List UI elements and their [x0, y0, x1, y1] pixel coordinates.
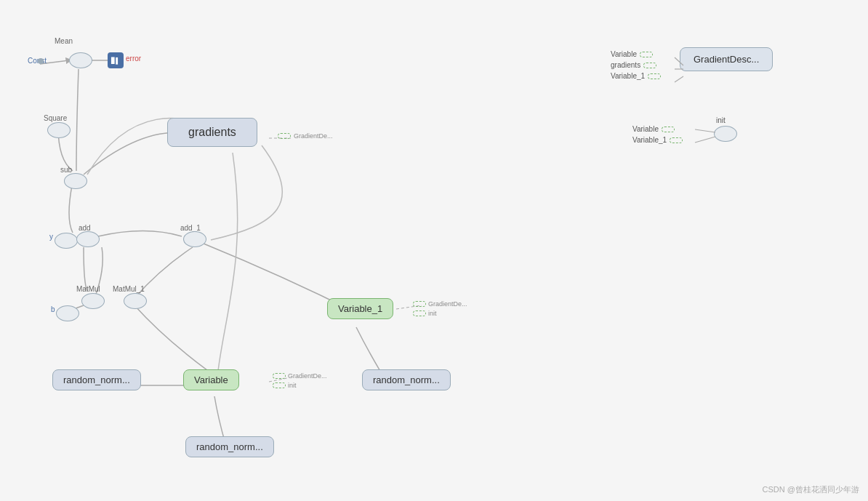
- const-connector: [38, 58, 44, 64]
- random-norm3-node[interactable]: random_norm...: [185, 436, 274, 457]
- matmul-label: MatMul: [76, 285, 100, 293]
- gradients-rect: gradients: [167, 118, 257, 147]
- random-norm3-rect: random_norm...: [185, 436, 274, 457]
- mean-label: Mean: [55, 37, 73, 45]
- mean-node[interactable]: [69, 52, 92, 68]
- svg-line-9: [675, 76, 683, 82]
- variable1-connectors: GradientDe... init: [413, 300, 467, 317]
- right-init-ellipse[interactable]: [714, 126, 737, 142]
- add1-node[interactable]: [183, 231, 206, 247]
- graph-canvas: Mean Const ▊▌ error Square sub y add add…: [0, 0, 868, 501]
- variable-connectors: GradientDe... init: [273, 372, 327, 389]
- b-label: b: [51, 305, 55, 313]
- add-node[interactable]: [76, 231, 100, 247]
- matmul-node[interactable]: [81, 293, 105, 309]
- random-norm2-node[interactable]: random_norm...: [362, 369, 451, 390]
- sub-node[interactable]: [64, 173, 87, 189]
- square-node[interactable]: [47, 122, 71, 138]
- right-init-label: init: [716, 116, 726, 124]
- y-label: y: [49, 233, 53, 241]
- b-node[interactable]: [56, 305, 79, 321]
- right-variable1-b-label: Variable_1: [632, 136, 667, 144]
- right-gradients-label: gradients: [611, 61, 640, 69]
- right-variable1-label: Variable_1: [611, 72, 645, 80]
- variable1-rect: Variable_1: [327, 298, 393, 319]
- gradient-desc-node[interactable]: GradientDesc...: [680, 47, 773, 71]
- y-node[interactable]: [55, 233, 78, 249]
- connection-lines: [0, 0, 868, 501]
- random-norm2-rect: random_norm...: [362, 369, 451, 390]
- matmul1-label: MatMul_1: [113, 285, 145, 293]
- error-icon-node[interactable]: ▊▌: [108, 52, 124, 68]
- right-variable-label: Variable: [611, 50, 637, 58]
- right-group: Variable gradients Variable_1 GradientDe…: [611, 47, 661, 80]
- right-variable-b-label: Variable: [632, 125, 659, 133]
- variable-rect: Variable: [183, 369, 239, 390]
- watermark: CSDN @曾桂花洒同少年游: [763, 484, 859, 495]
- svg-line-11: [695, 137, 715, 143]
- square-label: Square: [44, 114, 67, 122]
- gradients-node[interactable]: gradients: [167, 118, 257, 147]
- random-norm1-rect: random_norm...: [52, 369, 141, 390]
- gradient-desc-rect: GradientDesc...: [680, 47, 773, 71]
- sub-label: sub: [60, 166, 72, 174]
- matmul1-node[interactable]: [124, 293, 147, 309]
- variable-node[interactable]: Variable: [183, 369, 239, 390]
- svg-line-10: [695, 129, 715, 132]
- error-label: error: [126, 55, 141, 63]
- right-init-group: Variable Variable_1 init: [632, 122, 683, 144]
- gradients-connector: GradientDe...: [278, 132, 333, 140]
- random-norm1-node[interactable]: random_norm...: [52, 369, 141, 390]
- variable1-node[interactable]: Variable_1: [327, 298, 393, 319]
